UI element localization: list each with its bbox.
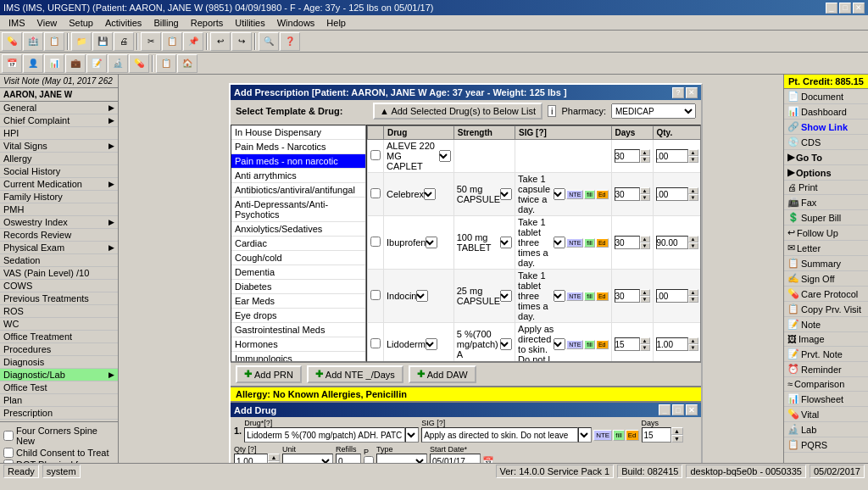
sig-input[interactable] — [421, 427, 578, 443]
toolbar-btn-1[interactable]: 💊 — [2, 32, 22, 51]
right-sidebar-summary[interactable]: 📋 Summary — [784, 256, 868, 271]
qty-up-btn[interactable]: ▲ — [268, 454, 280, 461]
fill-tag-1[interactable]: fill — [584, 190, 595, 199]
toolbar-btn-2[interactable]: 🏥 — [23, 32, 43, 51]
drug-checkbox-3[interactable] — [370, 290, 381, 300]
template-dementia[interactable]: Dementia — [231, 265, 365, 280]
days-input-0[interactable] — [615, 149, 640, 163]
add-drug-max-btn[interactable]: □ — [672, 404, 684, 415]
sidebar-item-wc[interactable]: WC — [0, 318, 118, 331]
maximize-btn[interactable]: □ — [839, 3, 851, 14]
right-sidebar-letter[interactable]: ✉ Letter — [784, 241, 868, 256]
toolbar-btn-5[interactable]: 💾 — [92, 32, 113, 51]
table-qty-up-0[interactable]: ▲ — [688, 149, 698, 156]
toolbar-btn-9[interactable]: 📌 — [183, 32, 203, 51]
right-sidebar-note[interactable]: 📝 Note — [784, 317, 868, 332]
template-ear-meds[interactable]: Ear Meds — [231, 294, 365, 309]
right-sidebar-pqrs[interactable]: 📋 PQRS — [784, 437, 868, 453]
child-consent-checkbox[interactable] — [3, 448, 14, 458]
drug-name-select-1[interactable]: ▼ — [424, 188, 436, 200]
ed-tag-4[interactable]: Ed — [596, 340, 609, 349]
ed-tag-3[interactable]: Ed — [596, 292, 609, 301]
template-cough[interactable]: Cough/cold — [231, 251, 365, 265]
right-sidebar-follow-up[interactable]: ↩ Follow Up — [784, 226, 868, 241]
qty-input[interactable] — [234, 454, 268, 463]
sidebar-item-oswestry[interactable]: Oswestry Index ▶ — [0, 216, 118, 229]
days-input-1[interactable] — [615, 187, 640, 201]
add-nte-btn[interactable]: ✚ Add NTE _/Days — [307, 365, 403, 383]
toolbar2-btn-7[interactable]: 💊 — [129, 54, 149, 73]
template-eye-drops[interactable]: Eye drops — [231, 309, 365, 323]
sidebar-item-pmh[interactable]: PMH — [0, 203, 118, 216]
table-qty-dn-4[interactable]: ▼ — [688, 344, 698, 351]
table-qty-up-1[interactable]: ▲ — [688, 187, 698, 194]
strength-select-3[interactable]: ▼ — [500, 290, 512, 302]
menu-item-windows[interactable]: Windows — [272, 17, 320, 29]
right-sidebar-options[interactable]: ▶ Options — [784, 165, 868, 181]
window-controls[interactable]: _ □ ✕ — [826, 3, 865, 14]
template-pain-narcotics[interactable]: Pain Meds - Narcotics — [231, 140, 365, 154]
template-pain-non-narcotic[interactable]: Pain meds - non narcotic — [231, 154, 365, 169]
right-sidebar-sign-off[interactable]: ✍ Sign Off — [784, 271, 868, 287]
template-immunologics[interactable]: Immunologics — [231, 352, 365, 362]
qty-down-btn[interactable]: ▼ — [268, 461, 280, 463]
toolbar2-btn-9[interactable]: 🏠 — [177, 54, 198, 73]
menu-item-ims[interactable]: IMS — [3, 17, 31, 29]
start-date-input[interactable] — [430, 454, 481, 463]
ed-btn[interactable]: Ed — [626, 430, 639, 441]
table-qty-dn-3[interactable]: ▼ — [688, 296, 698, 303]
strength-select-4[interactable]: ▼ — [500, 338, 512, 350]
add-to-list-btn[interactable]: ▲ Add Selected Drug(s) to Below List — [373, 103, 542, 120]
minimize-btn[interactable]: _ — [826, 3, 837, 14]
table-days-dn-1[interactable]: ▼ — [640, 194, 650, 201]
drug-name-input[interactable] — [244, 427, 405, 443]
right-sidebar-flowsheet[interactable]: 📊 Flowsheet — [784, 392, 868, 407]
right-sidebar-show-link[interactable]: 🔗 Show Link — [784, 120, 868, 135]
table-days-dn-2[interactable]: ▼ — [640, 242, 650, 249]
sidebar-item-prev-treatments[interactable]: Previous Treatments — [0, 292, 118, 305]
dialog-close-btn[interactable]: ✕ — [686, 87, 698, 98]
nte-tag-1[interactable]: NTE — [566, 190, 583, 199]
table-days-up-0[interactable]: ▲ — [640, 149, 650, 156]
menu-item-reports[interactable]: Reports — [186, 17, 229, 29]
refills-input[interactable] — [336, 454, 361, 463]
menu-item-help[interactable]: Help — [321, 17, 351, 29]
right-sidebar-prvt-note[interactable]: 📝 Prvt. Note — [784, 347, 868, 362]
toolbar-btn-7[interactable]: ✂ — [141, 32, 161, 51]
sidebar-item-diagnostic-lab[interactable]: Diagnostic/Lab ▶ — [0, 369, 118, 381]
sig-select-2[interactable]: ▼ — [554, 237, 565, 248]
drug-name-select-4[interactable]: ▼ — [426, 338, 437, 350]
right-sidebar-goto[interactable]: ▶ Go To — [784, 150, 868, 165]
sidebar-item-office-treatment[interactable]: Office Treatment — [0, 331, 118, 343]
sidebar-item-general[interactable]: General ▶ — [0, 102, 118, 114]
right-sidebar-document[interactable]: 📄 Document — [784, 89, 868, 104]
right-sidebar-care-protocol[interactable]: 💊 Care Protocol — [784, 287, 868, 302]
right-sidebar-copy-visit[interactable]: 📋 Copy Prv. Visit — [784, 302, 868, 317]
qty-input-4[interactable] — [656, 337, 688, 351]
right-sidebar-cds[interactable]: 💿 CDS — [784, 135, 868, 150]
menu-item-setup[interactable]: Setup — [64, 17, 98, 29]
table-qty-up-2[interactable]: ▲ — [688, 236, 698, 242]
menu-item-activities[interactable]: Activities — [100, 17, 147, 29]
template-in-house[interactable]: In House Dispensary — [231, 125, 365, 140]
table-days-dn-0[interactable]: ▼ — [640, 156, 650, 163]
drug-name-select-0[interactable]: ▼ — [439, 150, 451, 162]
p-checkbox[interactable] — [364, 456, 374, 463]
menu-item-view[interactable]: View — [32, 17, 63, 29]
sidebar-item-family-history[interactable]: Family History — [0, 191, 118, 203]
table-qty-dn-0[interactable]: ▼ — [688, 156, 698, 163]
toolbar2-btn-4[interactable]: 💼 — [65, 54, 86, 73]
table-days-up-4[interactable]: ▲ — [640, 337, 650, 344]
sidebar-item-hpi[interactable]: HPI — [0, 127, 118, 140]
sidebar-item-sedation[interactable]: Sedation — [0, 254, 118, 267]
sidebar-item-diagnosis[interactable]: Diagnosis — [0, 356, 118, 369]
right-sidebar-image[interactable]: 🖼 Image — [784, 332, 868, 347]
sig-dropdown[interactable]: ▼ — [578, 427, 592, 443]
toolbar-btn-11[interactable]: ↪ — [231, 32, 252, 51]
days-input-4[interactable] — [615, 337, 640, 351]
template-hormones[interactable]: Hormones — [231, 337, 365, 352]
add-drug-close-btn[interactable]: ✕ — [686, 404, 698, 415]
template-diabetes[interactable]: Diabetes — [231, 280, 365, 294]
right-sidebar-super-bill[interactable]: 💲 Super Bill — [784, 210, 868, 226]
strength-select-1[interactable]: ▼ — [500, 188, 512, 200]
